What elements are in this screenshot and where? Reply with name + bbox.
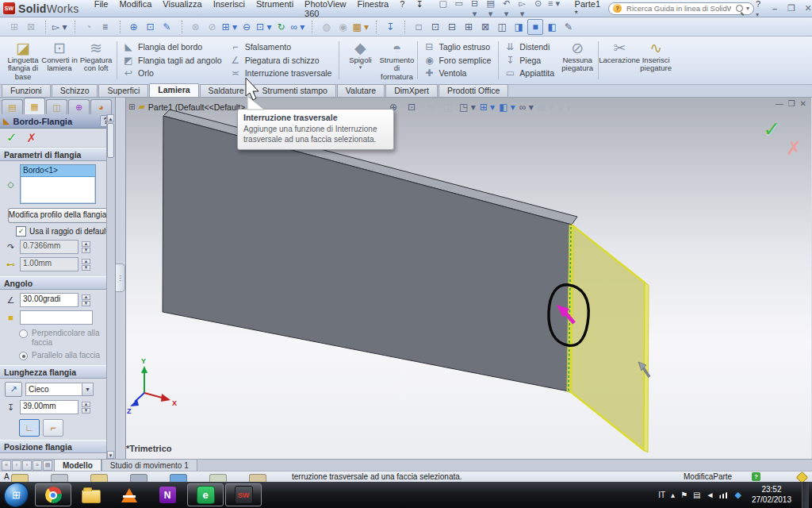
end-condition-select[interactable]: Cieco ▼ <box>25 383 94 396</box>
perpendicular-label[interactable]: Perpendicolare alla faccia <box>32 329 112 347</box>
tab-saldature[interactable]: Saldature <box>200 84 253 97</box>
perpendicular-radio[interactable] <box>19 329 28 338</box>
pm-next-button[interactable]: › <box>22 460 32 471</box>
link1-icon[interactable]: ⊗ <box>188 19 204 35</box>
search-input[interactable] <box>625 3 733 13</box>
ribbon-flangia-tagli-ad-angolo[interactable]: ◩Flangia tagli ad angolo <box>123 54 222 67</box>
ribbon-strumento-di-formatura[interactable]: ◓Strumento di formatura <box>378 38 415 83</box>
default-radius-label[interactable]: Usa il raggio di default <box>29 227 108 236</box>
group-parametri-di-flangia[interactable]: Parametri di flangia« <box>0 148 115 161</box>
inner-virtual-sharp-button[interactable]: ⌐ <box>43 419 63 437</box>
pm-last-button[interactable]: » <box>33 460 42 471</box>
menu-file[interactable]: File <box>89 0 114 20</box>
view-bottom-icon[interactable]: ◫ <box>494 19 510 35</box>
doc-restore-button[interactable]: ❐ <box>788 99 795 108</box>
group-lunghezza-flangia[interactable]: Lunghezza flangia« <box>0 365 115 379</box>
minimize-button[interactable]: – <box>768 4 782 13</box>
view-right-icon[interactable]: ⊞ <box>461 19 477 35</box>
ribbon-ventola[interactable]: ✚Ventola <box>423 67 491 79</box>
display-relations-icon[interactable]: ≡ <box>98 19 113 35</box>
confirmation-ok-button[interactable]: ✓ <box>763 117 781 142</box>
ribbon-foro-semplice[interactable]: ◉Foro semplice <box>423 54 491 67</box>
tray-language[interactable]: IT <box>658 491 665 499</box>
sketch-entities-icon[interactable]: ◔ <box>81 19 97 35</box>
view-dimetric-icon[interactable]: ◧ <box>544 19 560 35</box>
zoom-area-icon[interactable]: ⊡ <box>404 99 419 115</box>
magnifier-icon[interactable]: ✎ <box>422 99 438 115</box>
pm-first-button[interactable]: « <box>2 460 11 471</box>
ribbon-sfalsamento[interactable]: ⌐Sfalsamento <box>230 40 332 53</box>
view-trimetric-icon[interactable]: ■ <box>527 19 543 35</box>
cancel-button[interactable]: ✗ <box>26 131 36 145</box>
doc-minimize-button[interactable]: — <box>776 99 783 108</box>
taskbar-solidworks[interactable]: SW <box>225 483 262 506</box>
zoom-in-icon[interactable]: ⊕ <box>126 19 142 35</box>
face-selection-field[interactable] <box>20 310 93 325</box>
verify-icon[interactable]: ✎ <box>159 19 175 35</box>
start-button[interactable]: ⊞ <box>0 483 32 507</box>
length-spinner[interactable]: ▲▼ <box>82 402 90 414</box>
print-icon[interactable]: ▤ ▾ <box>483 0 499 19</box>
taskbar-chrome[interactable] <box>35 483 71 506</box>
ribbon-inserisci-piegature[interactable]: ∿Inserisci piegature <box>638 38 674 83</box>
panel-splitter-handle[interactable]: ⋮ <box>116 264 125 292</box>
menu-photoview[interactable]: PhotoView 360 <box>299 0 351 20</box>
parallel-label[interactable]: Parallelo alla faccia <box>32 351 100 360</box>
tab-lamiera[interactable]: Lamiera <box>149 83 198 97</box>
ribbon-orlo[interactable]: ↩Orlo <box>123 67 222 79</box>
section-view-icon[interactable]: ◳ ▾ <box>458 99 477 115</box>
zoom-area-icon[interactable]: ⊡ <box>143 19 159 35</box>
select-arrow-icon[interactable]: ▻ ▾ <box>52 19 68 35</box>
doc-close-button[interactable]: ✕ <box>800 99 806 108</box>
exploded-view-icon[interactable]: ⊞ <box>6 19 22 35</box>
ribbon-converti-in-lamiera[interactable]: ⊡Converti in lamiera <box>41 38 78 83</box>
ribbon-flangia-del-bordo[interactable]: ◣Flangia del bordo <box>123 40 222 53</box>
ribbon-nessuna-piegatura[interactable]: ⊘Nessuna piegatura <box>559 38 596 83</box>
search-box[interactable]: ? ▾ <box>608 2 754 15</box>
save-icon[interactable]: ⊟ ▾ <box>467 0 483 19</box>
taskbar-evernote[interactable]: e <box>187 483 224 506</box>
rebuild-icon[interactable]: ⊙ <box>530 0 546 19</box>
options-icon[interactable]: ≡ ▾ <box>546 0 562 19</box>
panel-tab-featuremanager[interactable]: ▤ <box>2 99 23 114</box>
ribbon-linguetta-flangia-di-base[interactable]: ◪Linguetta flangia di base <box>5 38 41 83</box>
ribbon-piegatura-con-loft[interactable]: ≋Piegatura con loft <box>78 38 114 83</box>
parallel-radio[interactable] <box>19 352 28 360</box>
tab-valutare[interactable]: Valutare <box>337 84 385 97</box>
appearance-icon[interactable]: ◍ ▾ <box>537 99 554 115</box>
tray-dropbox-icon[interactable]: ◆ <box>734 490 741 500</box>
pm-list-button[interactable]: ▤ <box>43 460 52 471</box>
edge-selection-list[interactable]: Bordo<1> <box>20 164 96 204</box>
open-icon[interactable]: ▭ <box>451 0 467 19</box>
confirmation-cancel-button[interactable]: ✗ <box>786 137 802 160</box>
angle-spinner[interactable]: ▲▼ <box>82 294 90 306</box>
feature-tree-root[interactable]: ⊞ ▰ Parte1 (Default<<Default>... <box>128 102 252 112</box>
menu-visualizza[interactable]: Visualizza <box>157 0 207 20</box>
panel-tab-propertymanager[interactable]: ▦ <box>24 98 45 114</box>
panel-tab-configurationmanager[interactable]: ◫ <box>46 99 67 114</box>
model-tab[interactable]: Modello <box>54 460 102 471</box>
view-top-icon[interactable]: ⊠ <box>477 19 493 35</box>
flange-angle-field[interactable]: 30.00gradi <box>20 293 79 307</box>
tab-strumenti-stampo[interactable]: Strumenti stampo <box>254 84 336 97</box>
reverse-direction-button[interactable]: ↗ <box>5 382 22 397</box>
ribbon-appiattita[interactable]: ▭Appiattita <box>504 67 554 79</box>
normal-to-icon[interactable]: ↧ <box>382 19 398 35</box>
tab-schizzo[interactable]: Schizzo <box>52 84 98 97</box>
view-iso-icon[interactable]: ◨ <box>511 19 527 35</box>
view-left-icon[interactable]: ⊟ <box>444 19 460 35</box>
taskbar-onenote[interactable]: N <box>149 483 186 506</box>
graphics-viewport[interactable]: Y X Z ⊞ ▰ Parte1 (Default<<Default>... ⊕… <box>126 98 811 459</box>
taskbar-vlc[interactable] <box>111 483 147 506</box>
tab-funzioni[interactable]: Funzioni <box>2 84 51 97</box>
panel-scrollbar[interactable]: ▲ ▼ <box>106 114 115 459</box>
menu-help[interactable]: ? <box>394 0 410 20</box>
ribbon-spigoli[interactable]: ◆Spigoli▾ <box>342 38 378 83</box>
status-help-icon[interactable]: ? <box>752 472 760 481</box>
previous-view-icon[interactable]: ◫ <box>440 99 456 115</box>
edit-color-icon[interactable]: ◉ <box>335 19 350 35</box>
view-front-icon[interactable]: □ <box>411 19 427 35</box>
plate-front-face[interactable] <box>163 116 572 391</box>
menu-strumenti[interactable]: Strumenti <box>251 0 299 20</box>
instant3d-icon[interactable]: ⊠ <box>23 19 39 35</box>
